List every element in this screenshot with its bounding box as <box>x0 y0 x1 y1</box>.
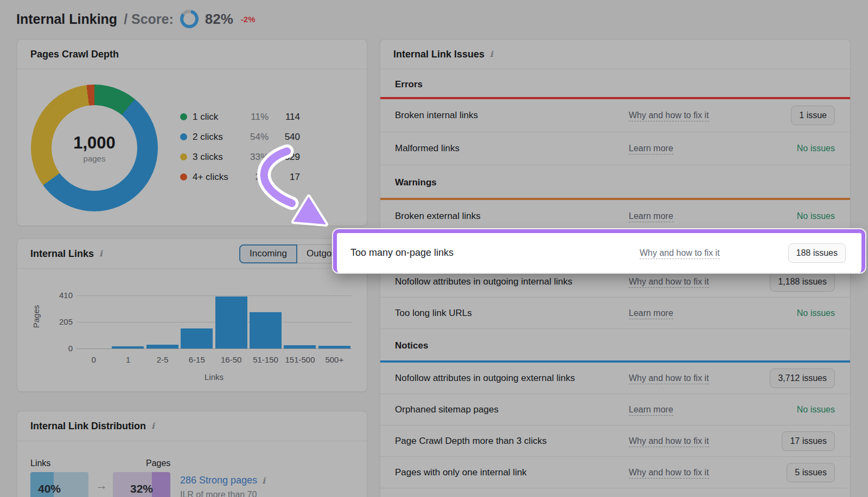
issue-row: Pages with only one internal linkWhy and… <box>380 457 850 488</box>
card-title: Internal Links <box>30 248 94 260</box>
bar <box>318 346 350 348</box>
strong-pages-link-group: 286 Strong pages i <box>180 475 266 486</box>
why-and-how-to-fix-link-text[interactable]: Why and how to fix it <box>629 468 709 479</box>
issue-count-button[interactable]: 3,712 issues <box>770 369 835 388</box>
issue-count-cell: 1,188 issues <box>748 272 835 292</box>
info-icon[interactable]: i <box>261 476 266 486</box>
issue-row: Malformed linksLearn moreNo issues <box>380 132 850 165</box>
x-tick-label: 151-500 <box>279 355 320 364</box>
card-title: Pages Crawl Depth <box>30 49 119 60</box>
x-tick-label: 2-5 <box>142 355 183 364</box>
why-and-how-to-fix-link-text[interactable]: Why and how to fix it <box>640 248 720 259</box>
learn-more-link-text[interactable]: Learn more <box>629 405 673 416</box>
no-issues-label: No issues <box>797 308 835 318</box>
issue-count-button[interactable]: 17 issues <box>782 431 835 451</box>
donut-legend: 1 click11%1142 clicks54%5403 clicks33%32… <box>180 107 324 187</box>
issue-row: Broken external linksLearn moreNo issues <box>380 200 850 233</box>
legend-label: 2 clicks <box>193 132 236 143</box>
strong-pages-link[interactable]: 286 Strong pages <box>180 475 257 486</box>
pages-percentage: 32% <box>113 482 170 495</box>
why-and-how-to-fix-link: Why and how to fix it <box>629 436 748 446</box>
x-tick-label: 0 <box>73 355 114 364</box>
bar <box>284 345 316 348</box>
y-tick-label: 205 <box>49 317 73 326</box>
legend-dot-icon <box>180 133 187 140</box>
donut-total-label: pages <box>84 154 106 163</box>
card-header: Pages Crawl Depth <box>17 40 367 69</box>
issue-count-cell: 188 issues <box>759 243 846 263</box>
issue-name: Broken external links <box>395 211 629 222</box>
card-title-group: Internal Links i <box>30 248 235 260</box>
why-and-how-to-fix-link-text[interactable]: Why and how to fix it <box>629 111 709 121</box>
bar <box>215 296 247 348</box>
issue-row: Page Crawl Depth more than 3 clicksWhy a… <box>380 425 850 457</box>
issue-name: Orphaned sitemap pages <box>395 404 629 415</box>
section-header-warnings: Warnings <box>380 165 850 200</box>
legend-item: 2 clicks54%540 <box>180 127 324 147</box>
y-tick-label: 410 <box>49 291 73 300</box>
section-severity-line <box>380 360 850 363</box>
y-tick-label: 0 <box>49 344 73 353</box>
info-icon[interactable]: i <box>150 421 156 431</box>
card-title: Internal Link Distribution <box>30 421 146 432</box>
legend-dot-icon <box>180 173 187 180</box>
legend-value: 329 <box>269 152 300 163</box>
issue-count-button[interactable]: 188 issues <box>788 243 846 263</box>
learn-more-link-text[interactable]: Learn more <box>629 308 673 319</box>
legend-percent: 11% <box>236 112 269 122</box>
issue-row-highlighted[interactable]: Too many on-page linksWhy and how to fix… <box>333 229 865 273</box>
info-icon[interactable]: i <box>98 249 104 259</box>
x-tick-label: 1 <box>107 355 148 364</box>
why-and-how-to-fix-link-text[interactable]: Why and how to fix it <box>629 373 709 384</box>
why-and-how-to-fix-link: Why and how to fix it <box>629 468 748 477</box>
legend-label: 4+ clicks <box>193 172 236 183</box>
learn-more-link-text[interactable]: Learn more <box>629 144 673 154</box>
right-arrow-icon: → <box>95 479 107 493</box>
no-issues-label: No issues <box>797 211 835 221</box>
section-header-notices: Notices <box>380 329 850 363</box>
section-header-errors: Errors <box>380 69 850 99</box>
gridline <box>76 322 352 322</box>
pages-crawl-depth-card: Pages Crawl Depth 1,000 pages 1 click11%… <box>17 39 367 226</box>
gridline <box>76 295 352 296</box>
donut-total-value: 1,000 <box>73 133 116 153</box>
info-icon[interactable]: i <box>489 49 494 59</box>
card-header: Internal Link Distribution i <box>17 411 367 441</box>
links-percentage: 40% <box>38 482 61 495</box>
crawl-depth-donut-chart: 1,000 pages <box>31 85 158 211</box>
score-delta-badge: -2% <box>241 15 256 24</box>
internal-links-card: Internal Links i Incoming Outgoing Pages… <box>17 238 367 392</box>
legend-dot-icon <box>180 113 187 120</box>
why-and-how-to-fix-link: Why and how to fix it <box>640 248 759 258</box>
bar <box>181 328 213 348</box>
learn-more-link: Learn more <box>629 308 748 318</box>
legend-value: 17 <box>269 172 300 183</box>
why-and-how-to-fix-link-text[interactable]: Why and how to fix it <box>629 436 709 447</box>
legend-value: 540 <box>269 132 300 143</box>
issue-count-button[interactable]: 1 issue <box>791 106 835 125</box>
issue-row: Orphaned sitemap pagesLearn moreNo issue… <box>380 394 850 425</box>
issue-count-button[interactable]: 1,188 issues <box>770 272 835 292</box>
why-and-how-to-fix-link-text[interactable]: Why and how to fix it <box>629 277 709 288</box>
x-tick-label: 16-50 <box>211 355 252 364</box>
section-severity-line <box>380 97 850 99</box>
legend-item: 3 clicks33%329 <box>180 147 324 167</box>
highlighted-row-slot: Too many on-page linksWhy and how to fix… <box>380 229 850 266</box>
section-title: Warnings <box>395 177 437 188</box>
legend-label: 1 click <box>193 112 236 122</box>
issue-count-cell: 17 issues <box>748 431 835 451</box>
toggle-incoming-button[interactable]: Incoming <box>239 244 297 263</box>
why-and-how-to-fix-link: Why and how to fix it <box>629 277 748 287</box>
y-axis-label: Pages <box>31 292 42 341</box>
internal-link-issues-card: Internal Link Issues i ErrorsBroken inte… <box>380 39 851 497</box>
x-tick-label: 51-150 <box>245 355 286 364</box>
card-header: Internal Link Issues i <box>380 40 850 69</box>
legend-percent: 54% <box>236 132 269 143</box>
links-column-label: Links <box>30 459 50 468</box>
legend-dot-icon <box>180 153 187 160</box>
legend-value: 114 <box>269 112 300 122</box>
learn-more-link-text[interactable]: Learn more <box>629 211 673 222</box>
section-severity-line <box>380 198 850 200</box>
issue-count-button[interactable]: 5 issues <box>787 463 835 482</box>
issue-count-cell: No issues <box>748 211 835 221</box>
